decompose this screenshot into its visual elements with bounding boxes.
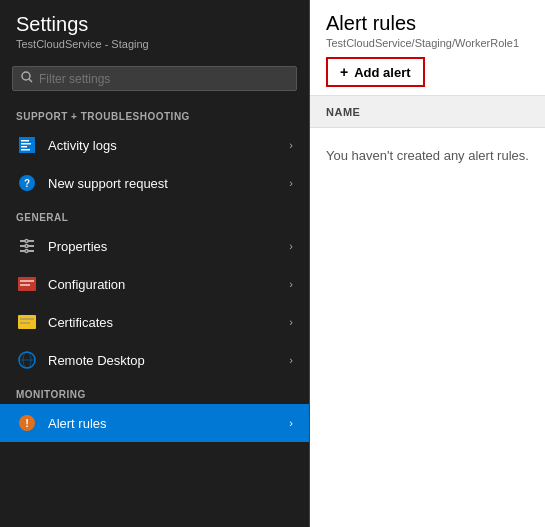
alert-rules-title: Alert rules [326,12,529,35]
empty-state-message: You haven't created any alert rules. [310,128,545,183]
properties-label: Properties [48,239,289,254]
add-alert-label: Add alert [354,65,410,80]
svg-point-16 [25,245,28,248]
sidebar-item-activity-logs[interactable]: Activity logs › [0,126,309,164]
remote-desktop-icon [16,349,38,371]
settings-title: Settings [16,12,293,36]
activity-logs-chevron: › [289,139,293,151]
support-icon: ? [16,172,38,194]
section-label-support: SUPPORT + TROUBLESHOOTING [0,101,309,126]
alert-rules-panel: Alert rules TestCloudService/Staging/Wor… [310,0,545,527]
certificates-chevron: › [289,316,293,328]
alert-rules-chevron: › [289,417,293,429]
certificates-label: Certificates [48,315,289,330]
new-support-request-label: New support request [48,176,289,191]
add-icon: + [340,64,348,80]
properties-chevron: › [289,240,293,252]
section-label-general: GENERAL [0,202,309,227]
configuration-icon [16,273,38,295]
certificates-icon [16,311,38,333]
svg-rect-5 [21,146,27,148]
remote-desktop-chevron: › [289,354,293,366]
filter-search-box[interactable] [12,66,297,91]
svg-rect-6 [21,149,30,151]
svg-text:?: ? [24,178,30,189]
configuration-label: Configuration [48,277,289,292]
left-panel-header: Settings TestCloudService - Staging [0,0,309,58]
filter-settings-input[interactable] [39,72,288,86]
settings-panel: Settings TestCloudService - Staging SUPP… [0,0,310,527]
column-name-header: NAME [326,106,360,118]
sidebar-item-remote-desktop[interactable]: Remote Desktop › [0,341,309,379]
svg-rect-23 [20,322,30,324]
properties-icon [16,235,38,257]
add-alert-button[interactable]: + Add alert [326,57,425,87]
svg-text:!: ! [25,417,29,429]
svg-rect-19 [20,280,34,282]
table-header: NAME [310,96,545,128]
sidebar-item-new-support-request[interactable]: ? New support request › [0,164,309,202]
svg-point-17 [25,250,28,253]
svg-rect-3 [21,140,29,142]
sidebar-item-properties[interactable]: Properties › [0,227,309,265]
alert-rules-icon: ! [16,412,38,434]
alert-rules-label: Alert rules [48,416,289,431]
svg-rect-4 [21,143,31,145]
settings-subtitle: TestCloudService - Staging [16,38,293,50]
configuration-chevron: › [289,278,293,290]
svg-point-15 [25,240,28,243]
section-label-monitoring: MONITORING [0,379,309,404]
svg-rect-20 [20,284,30,286]
alert-rules-subtitle: TestCloudService/Staging/WorkerRole1 [326,37,529,49]
svg-rect-2 [19,137,35,153]
svg-point-0 [22,72,30,80]
new-support-chevron: › [289,177,293,189]
right-panel-header: Alert rules TestCloudService/Staging/Wor… [310,0,545,96]
activity-logs-icon [16,134,38,156]
sidebar-item-certificates[interactable]: Certificates › [0,303,309,341]
svg-rect-22 [20,318,34,320]
activity-logs-label: Activity logs [48,138,289,153]
svg-line-1 [29,79,32,82]
sidebar-item-configuration[interactable]: Configuration › [0,265,309,303]
search-icon [21,71,33,86]
remote-desktop-label: Remote Desktop [48,353,289,368]
sidebar-item-alert-rules[interactable]: ! Alert rules › [0,404,309,442]
